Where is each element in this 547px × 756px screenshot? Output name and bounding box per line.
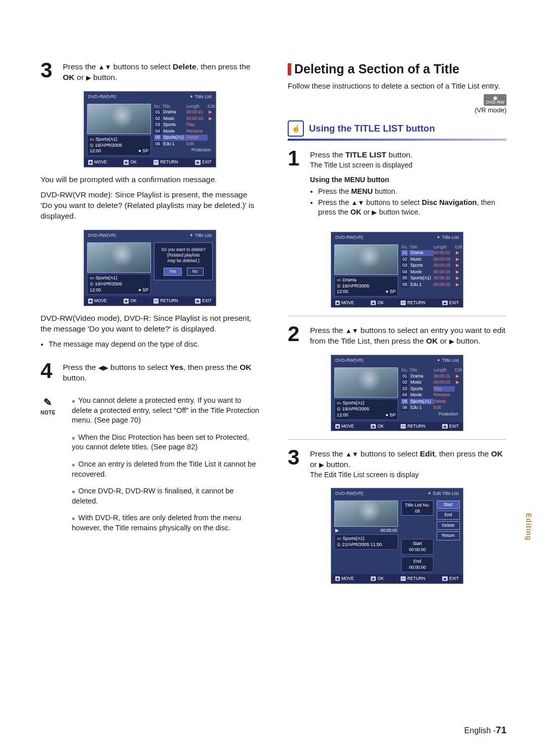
heading-text: Deleting a Section of a Title <box>294 62 459 76</box>
ok-label: OK <box>491 449 502 458</box>
return-button[interactable]: Return <box>437 531 460 540</box>
right-icon: ▶ <box>319 461 324 469</box>
manual-page: 3 Press the ▲▼ buttons to select Delete,… <box>0 0 547 756</box>
yes-button[interactable]: Yes <box>164 268 182 275</box>
step-4-yes: 4 Press the ◀▶ buttons to select Yes, th… <box>41 361 259 384</box>
right-icon: ▶ <box>372 208 377 216</box>
table-row: 06Edu 100:08:16▶ <box>401 282 460 287</box>
osd-rows: 01Drama00:00:21▶02Music00:00:03▶03Sports… <box>401 250 460 287</box>
footer-move: MOVE <box>341 424 354 429</box>
select-edit: Edit <box>420 449 435 458</box>
footer-return: RETURN <box>160 159 178 165</box>
osd-title: Title List <box>195 233 212 238</box>
osd-thumbnail <box>334 500 398 527</box>
osd-footer: ◆MOVE ◉OK ↩RETURN ⏏EXIT <box>331 422 463 431</box>
section-heading: Deleting a Section of a Title <box>288 61 506 78</box>
bullet-item: Press the MENU button. <box>318 187 506 197</box>
text: button. <box>91 73 118 81</box>
footer-exit: EXIT <box>202 159 212 165</box>
delete-button[interactable]: Delete <box>437 521 460 530</box>
end-button[interactable]: End <box>437 511 460 519</box>
footer-return: RETURN <box>407 576 425 581</box>
osd-info-name: Sports(A1) <box>96 275 118 280</box>
osd-thumbnail <box>334 244 398 275</box>
col-title: Title <box>408 367 434 373</box>
text: , then press the <box>435 449 491 458</box>
no-button[interactable]: No <box>187 268 204 275</box>
text: button. <box>386 150 413 159</box>
col-length: Length <box>186 104 208 109</box>
osd-disc: DVD-RW(VR) <box>88 94 116 100</box>
note-item: Once DVD-R, DVD-RW is finalised, it cann… <box>72 486 259 506</box>
footer-exit: EXIT <box>202 298 212 304</box>
osd-info-name: Drama <box>343 277 357 282</box>
start-cell: Start00:00:00 <box>401 539 434 555</box>
osd-info-time: 12:00 <box>90 148 101 154</box>
confirm-line: Do you want to delete? <box>158 247 209 253</box>
step-number: 3 <box>288 448 305 467</box>
menu-heading: Using the MENU button <box>310 175 506 185</box>
ok-label: OK <box>63 73 74 81</box>
table-row: 03Sports00:00:15▶ <box>401 263 460 268</box>
start-button[interactable]: Start <box>437 500 460 509</box>
col-length: Length <box>434 244 455 250</box>
footer-move: MOVE <box>341 300 354 306</box>
mode-sub: (VR mode) <box>475 106 506 114</box>
table-row: 03SportsPlay <box>154 122 213 128</box>
footer-ok: OK <box>377 424 383 429</box>
text: Press the <box>63 363 98 371</box>
table-row: 02Music00:00:03▶ <box>401 257 460 262</box>
bullet-item: Press the ▲▼ buttons to select Disc Navi… <box>318 198 506 218</box>
page-number: English -71 <box>464 725 506 736</box>
up-down-icon: ▲▼ <box>345 327 359 334</box>
osd-info-sp: SP <box>142 287 148 292</box>
osd-rows: 01Drama00:00:21▶02Music00:00:03▶03Sports… <box>154 109 213 147</box>
osd-footer: ◆MOVE ◉OK ↩RETURN ⏏EXIT <box>84 158 216 166</box>
note-item: With DVD-R, titles are only deleted from… <box>72 513 259 533</box>
step-1-title-list: 1 Press the TITLE LIST button. The Title… <box>288 149 506 223</box>
note-text: NOTE <box>41 410 56 415</box>
osd-info-time: 12:00 <box>337 289 348 295</box>
confirm-message-text: You will be prompted with a confirmation… <box>41 175 259 185</box>
note-item: When the Disc Protection has been set to… <box>72 433 259 452</box>
mode-label: DVD-RW <box>486 100 504 105</box>
text: buttons to select <box>108 363 170 371</box>
footer-exit: EXIT <box>449 576 459 581</box>
osd-delete-confirm: DVD-RW(VR) ✦ Title List ▭ Sports(A1) ⊙ 1… <box>84 230 216 306</box>
text: or <box>438 337 449 345</box>
step1-sub: The Title List screen is displayed <box>310 160 506 170</box>
footer-return: RETURN <box>160 298 178 304</box>
table-row: 06Edu 1Edit <box>154 141 213 147</box>
table-row: 02Music00:00:03▶ <box>154 116 213 121</box>
footer-return: RETURN <box>407 300 425 306</box>
osd-info-date: 19/APR/2005 <box>95 143 123 148</box>
remote-icon: ☝ <box>288 120 304 137</box>
table-row: 01Drama00:00:21▶ <box>401 250 460 256</box>
osd-disc: DVD-RW(VR) <box>88 232 116 238</box>
table-row: 06Edu 1Edit <box>401 405 460 410</box>
osd-info-sp: SP <box>142 148 148 153</box>
note-block: ✎ NOTE You cannot delete a protected ent… <box>41 396 259 540</box>
section-sub: Follow these instructions to delete a se… <box>288 81 506 91</box>
col-title: Title <box>408 244 434 250</box>
osd-footer: ◆MOVE ◉OK ↩RETURN ⏏EXIT <box>331 574 463 583</box>
osd-info-time: 12:00 <box>337 412 348 418</box>
footer-ok: OK <box>377 576 383 581</box>
step-number: 3 <box>41 61 58 80</box>
text: button. <box>324 460 350 469</box>
left-right-icon: ◀▶ <box>98 364 108 371</box>
text: , then press the <box>183 363 240 371</box>
select-delete: Delete <box>173 62 197 71</box>
method-rule <box>288 139 506 141</box>
table-row: 05Sports(A1)00:06:32▶ <box>401 275 460 281</box>
step3-sub: The Edit Title List screen is display <box>310 470 506 480</box>
text: , then press the <box>197 62 251 71</box>
title-list-label: TITLE LIST <box>345 150 386 159</box>
osd-title: Title List <box>195 94 212 99</box>
heading-marker-icon <box>288 63 291 75</box>
confirm-line: may be deleted.) <box>158 258 209 264</box>
bullet-item: The message may depend on the type of di… <box>49 340 259 350</box>
step-number: 2 <box>288 324 305 344</box>
menu-bullets: Press the MENU button. Press the ▲▼ butt… <box>310 187 506 218</box>
col-edit: Edit <box>455 367 460 373</box>
